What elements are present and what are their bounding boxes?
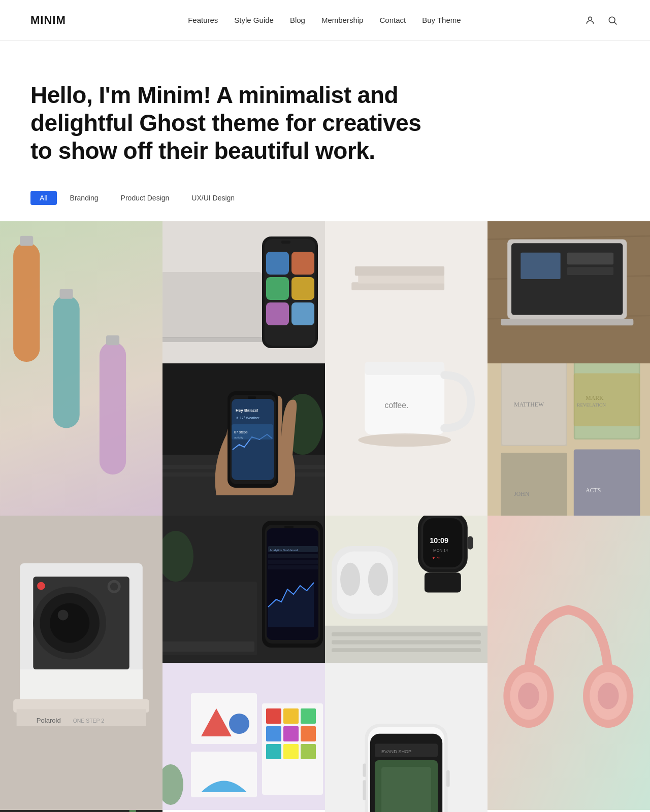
svg-text:activity: activity [234,436,243,439]
user-icon[interactable] [583,13,597,27]
hero-headline: Hello, I'm Minim! A minimalist and delig… [30,81,427,165]
svg-text:Analytics Dashboard: Analytics Dashboard [270,549,298,552]
grid-item-bottles[interactable] [0,221,162,516]
svg-rect-22 [355,266,444,275]
svg-rect-74 [20,669,143,702]
svg-rect-50 [248,396,256,399]
svg-point-73 [37,582,45,590]
svg-text:♥ 72: ♥ 72 [433,556,441,560]
grid-item-headphones[interactable] [488,516,650,810]
grid-item-phone-grid[interactable] [162,221,325,363]
svg-rect-21 [358,274,444,283]
svg-rect-19 [281,241,290,244]
nav-contact[interactable]: Contact [379,16,406,24]
grid-item-laptop-food[interactable] [0,810,162,812]
svg-rect-60 [574,449,640,515]
svg-point-101 [340,562,360,595]
svg-rect-97 [332,640,481,644]
svg-text:MON 14: MON 14 [433,548,448,552]
svg-rect-34 [567,252,613,264]
grid-item-polaroid[interactable]: Polaroid ONE STEP 2 [0,516,162,810]
svg-rect-35 [567,267,613,275]
svg-point-118 [598,683,619,709]
svg-rect-9 [162,272,262,338]
svg-text:MATTHEW: MATTHEW [514,401,544,408]
svg-rect-108 [425,572,461,592]
nav-blog[interactable]: Blog [290,16,305,24]
svg-rect-133 [301,744,316,759]
svg-text:ACTS: ACTS [586,487,601,494]
nav-membership[interactable]: Membership [321,16,364,24]
svg-rect-36 [501,319,633,325]
svg-rect-13 [266,252,289,275]
svg-rect-143 [381,767,431,812]
filter-branding[interactable]: Branding [61,191,108,205]
filter-product-design[interactable]: Product Design [112,191,179,205]
svg-line-2 [614,22,617,24]
svg-rect-89 [268,554,318,558]
svg-rect-125 [266,708,281,724]
site-logo[interactable]: MINIM [30,14,66,27]
svg-point-72 [110,583,118,591]
svg-rect-148 [395,735,407,739]
grid-item-phone-white[interactable]: EVAND SHOP View Item [325,663,488,812]
svg-rect-96 [332,632,481,636]
svg-rect-4 [20,235,33,246]
grid-item-design-cards[interactable] [162,663,325,810]
svg-rect-152 [0,810,162,812]
grid-item-books[interactable]: MATTHEW MARK JOHN ACTS REVELATION [488,363,650,516]
svg-text:Hey Balazs!: Hey Balazs! [236,408,258,413]
svg-rect-107 [425,516,461,516]
nav-icon-group [583,13,620,27]
svg-rect-3 [13,242,40,361]
svg-rect-24 [365,362,444,375]
svg-rect-5 [53,295,79,428]
svg-rect-62 [574,373,640,426]
svg-rect-58 [501,453,567,516]
svg-rect-127 [301,708,316,724]
svg-rect-112 [488,516,650,810]
navbar: MINIM Features Style Guide Blog Membersh… [0,0,650,41]
filter-uxui-design[interactable]: UX/UI Design [182,191,244,205]
svg-point-1 [609,17,615,23]
svg-rect-18 [291,302,314,325]
svg-point-115 [518,683,539,709]
svg-text:Polaroid: Polaroid [37,716,61,724]
nav-links: Features Style Guide Blog Membership Con… [188,16,461,25]
svg-rect-16 [291,277,314,300]
nav-buy-theme[interactable]: Buy Theme [422,16,461,24]
svg-rect-106 [468,536,473,549]
hero-section: Hello, I'm Minim! A minimalist and delig… [0,41,457,191]
svg-rect-91 [268,565,318,569]
svg-text:coffee.: coffee. [385,401,409,410]
svg-rect-14 [291,252,314,275]
grid-item-watch-airpods[interactable]: 10:09 MON 14 ♥ 72 [325,516,488,663]
svg-rect-33 [521,252,560,279]
search-icon[interactable] [605,13,620,27]
svg-rect-6 [60,289,73,299]
grid-item-mug[interactable]: coffee. [325,221,488,516]
filter-all[interactable]: All [30,191,57,205]
svg-rect-128 [266,726,281,741]
svg-text:REVELATION: REVELATION [577,402,606,407]
nav-features[interactable]: Features [188,16,218,24]
svg-rect-126 [283,708,299,724]
svg-rect-150 [363,780,366,800]
svg-text:EVAND SHOP: EVAND SHOP [381,749,411,754]
svg-text:10:09: 10:09 [430,536,448,544]
nav-style-guide[interactable]: Style Guide [234,16,274,24]
svg-rect-92 [284,526,294,528]
svg-point-0 [589,17,592,20]
svg-rect-129 [283,726,299,741]
grid-item-laptop-desk[interactable] [488,221,650,363]
svg-rect-151 [446,770,450,787]
portfolio-grid: coffee. [0,221,650,812]
svg-rect-10 [162,337,267,342]
svg-rect-15 [266,277,289,300]
svg-rect-82 [162,641,254,652]
grid-item-phone-analytics[interactable]: Analytics Dashboard [162,516,325,663]
svg-point-123 [229,714,249,734]
svg-rect-131 [266,744,281,759]
grid-item-phone-hand[interactable]: Hey Balazs! ☀ 17° Weather 87 steps activ… [162,363,325,516]
svg-text:JOHN: JOHN [514,491,530,497]
